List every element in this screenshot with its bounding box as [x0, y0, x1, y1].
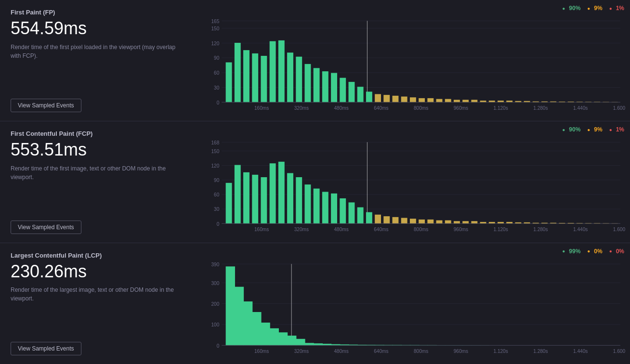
svg-text:960ms: 960ms [454, 105, 468, 111]
svg-text:165: 165 [211, 18, 219, 24]
svg-rect-164 [235, 286, 244, 345]
view-sampled-events-button-fp[interactable]: View Sampled Events [11, 99, 81, 112]
metric-title-fp: First Paint (FP) [11, 9, 187, 16]
svg-rect-48 [427, 98, 433, 102]
svg-rect-119 [427, 220, 433, 223]
svg-rect-35 [314, 68, 320, 102]
score-dot-red-fp-2: ● [607, 5, 614, 12]
metric-title-lcp: Largest Contentful Paint (LCP) [11, 252, 187, 259]
metric-row-fp: First Paint (FP)554.59msRender time of t… [0, 0, 630, 121]
svg-rect-102 [278, 162, 285, 223]
svg-text:1.440s: 1.440s [573, 227, 588, 232]
chart-header-lcp: ●99%●0%●0% [560, 248, 624, 255]
histogram-svg-lcp: 3903002001000160ms320ms480ms640ms800ms96… [202, 261, 625, 363]
score-dot-green-fp-0: ● [560, 5, 567, 12]
svg-text:0: 0 [217, 221, 220, 227]
view-sampled-events-button-fcp[interactable]: View Sampled Events [11, 221, 81, 234]
svg-rect-115 [393, 217, 399, 224]
svg-rect-45 [401, 97, 407, 103]
chart-area-fp: ●90%●9%●1%1651501209060300160ms320ms480m… [197, 0, 630, 121]
svg-rect-166 [252, 312, 261, 345]
svg-rect-53 [471, 100, 477, 102]
svg-rect-101 [270, 164, 276, 224]
svg-rect-41 [366, 91, 372, 102]
score-dot-red-lcp-2: ● [607, 248, 614, 255]
svg-rect-168 [270, 328, 279, 345]
svg-rect-167 [261, 323, 270, 345]
score-pct-lcp-1: 0% [594, 248, 602, 255]
metric-desc-fp: Render time of the first pixel loaded in… [11, 43, 187, 92]
svg-text:1.280s: 1.280s [533, 349, 548, 354]
svg-rect-120 [436, 221, 443, 224]
svg-rect-50 [445, 99, 451, 103]
svg-rect-171 [296, 338, 305, 345]
svg-rect-31 [278, 40, 285, 102]
svg-text:960ms: 960ms [454, 227, 468, 232]
score-item-fcp-1: ●9% [585, 126, 602, 133]
svg-text:160ms: 160ms [254, 105, 269, 111]
svg-rect-117 [410, 219, 416, 224]
score-pct-fcp-0: 90% [569, 126, 580, 133]
score-item-fp-1: ●9% [585, 5, 602, 12]
svg-text:1.120s: 1.120s [493, 227, 508, 232]
svg-rect-109 [340, 198, 346, 223]
metric-value-fp: 554.59ms [11, 19, 187, 38]
score-dot-green-fcp-0: ● [560, 126, 567, 133]
score-item-lcp-0: ●99% [560, 248, 580, 255]
score-pct-fp-1: 9% [594, 5, 602, 12]
svg-text:800ms: 800ms [414, 105, 428, 111]
score-pct-lcp-0: 99% [569, 248, 580, 255]
svg-rect-104 [296, 177, 302, 223]
svg-rect-163 [226, 266, 235, 345]
metric-row-lcp: Largest Contentful Paint (LCP)230.26msRe… [0, 243, 630, 364]
view-sampled-events-button-lcp[interactable]: View Sampled Events [11, 342, 81, 355]
histogram-svg-fp: 1651501209060300160ms320ms480ms640ms800m… [202, 18, 625, 120]
svg-rect-106 [314, 189, 320, 224]
svg-text:90: 90 [214, 55, 219, 61]
svg-text:30: 30 [214, 207, 219, 212]
metric-row-fcp: First Contentful Paint (FCP)553.51msRend… [0, 121, 630, 243]
svg-text:800ms: 800ms [414, 349, 428, 354]
svg-rect-40 [357, 87, 364, 102]
svg-rect-96 [226, 183, 232, 224]
svg-text:640ms: 640ms [374, 349, 388, 354]
svg-rect-25 [226, 63, 232, 103]
svg-rect-36 [322, 71, 328, 102]
svg-rect-111 [357, 208, 364, 224]
score-pct-fcp-2: 1% [616, 126, 624, 133]
svg-rect-38 [340, 78, 346, 103]
svg-rect-100 [261, 177, 267, 223]
svg-text:100: 100 [211, 322, 219, 327]
svg-rect-33 [296, 57, 302, 103]
svg-text:960ms: 960ms [454, 349, 468, 354]
svg-text:120: 120 [211, 163, 219, 169]
metric-desc-lcp: Render time of the largest image, text o… [11, 286, 187, 335]
svg-rect-37 [331, 73, 337, 102]
metric-title-fcp: First Contentful Paint (FCP) [11, 130, 187, 137]
svg-text:150: 150 [211, 26, 219, 31]
svg-text:480ms: 480ms [334, 227, 348, 232]
svg-text:300: 300 [211, 280, 219, 286]
svg-text:1.120s: 1.120s [493, 105, 508, 111]
svg-rect-30 [270, 41, 276, 103]
svg-rect-28 [252, 53, 258, 102]
svg-text:200: 200 [211, 301, 219, 306]
svg-rect-99 [252, 175, 258, 223]
score-dot-red-fcp-2: ● [607, 126, 614, 133]
svg-text:60: 60 [214, 192, 219, 197]
svg-rect-97 [235, 165, 241, 224]
svg-rect-165 [243, 301, 252, 345]
svg-rect-32 [287, 52, 293, 102]
svg-rect-173 [314, 343, 323, 345]
svg-text:1.120s: 1.120s [493, 349, 508, 354]
svg-text:480ms: 480ms [334, 105, 348, 111]
chart-area-lcp: ●99%●0%●0%3903002001000160ms320ms480ms64… [197, 243, 630, 364]
svg-rect-107 [322, 192, 328, 224]
score-dot-yellow-fcp-1: ● [585, 126, 592, 133]
svg-rect-42 [375, 94, 381, 102]
svg-text:120: 120 [211, 40, 219, 46]
svg-rect-46 [410, 97, 416, 102]
metric-desc-fcp: Render time of the first image, text or … [11, 164, 187, 214]
svg-rect-116 [401, 218, 407, 224]
score-item-lcp-2: ●0% [607, 248, 624, 255]
